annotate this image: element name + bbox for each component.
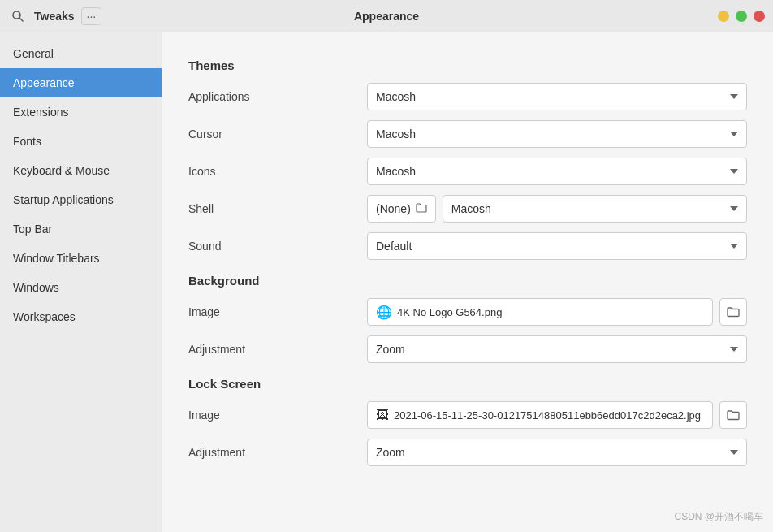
- background-adjustment-control: Zoom: [367, 335, 747, 363]
- cursor-dropdown[interactable]: Macosh: [367, 120, 747, 148]
- background-image-label: Image: [188, 305, 367, 318]
- lockscreen-image-icon: 🖼: [376, 408, 389, 422]
- applications-control: Macosh: [367, 83, 747, 110]
- sound-control: Default: [367, 232, 747, 260]
- lockscreen-image-label: Image: [188, 409, 367, 422]
- shell-folder-icon: [416, 202, 427, 215]
- lockscreen-adjustment-dropdown[interactable]: Zoom: [367, 439, 747, 466]
- applications-row: Applications Macosh: [188, 82, 747, 111]
- icons-dropdown[interactable]: Macosh: [367, 158, 747, 185]
- sound-label: Sound: [188, 240, 367, 253]
- title-bar-left: Tweaks ···: [8, 6, 171, 26]
- main-container: General Appearance Extensions Fonts Keyb…: [0, 32, 773, 532]
- sidebar-item-appearance[interactable]: Appearance: [0, 68, 162, 97]
- cursor-label: Cursor: [188, 128, 367, 141]
- sidebar-item-window-titlebars[interactable]: Window Titlebars: [0, 244, 162, 273]
- content-area: Themes Applications Macosh Cursor Macosh…: [162, 32, 773, 532]
- sidebar-item-fonts[interactable]: Fonts: [0, 127, 162, 156]
- cursor-control: Macosh: [367, 120, 747, 148]
- watermark: CSDN @开酒不喝车: [674, 510, 763, 524]
- background-adjustment-label: Adjustment: [188, 343, 367, 356]
- minimize-button[interactable]: [718, 11, 729, 22]
- icons-label: Icons: [188, 165, 367, 178]
- background-image-row: Image 🌐 4K No Logo G564.png: [188, 297, 747, 327]
- app-title: Tweaks: [34, 10, 75, 23]
- svg-line-1: [19, 18, 23, 21]
- background-image-filename: 4K No Logo G564.png: [397, 306, 502, 318]
- window-controls: [602, 11, 765, 22]
- lockscreen-image-folder-button[interactable]: [719, 401, 747, 429]
- lockscreen-adjustment-row: Adjustment Zoom: [188, 438, 747, 467]
- background-image-icon: 🌐: [376, 305, 392, 320]
- title-bar: Tweaks ··· Appearance: [0, 0, 773, 32]
- sidebar-item-keyboard-mouse[interactable]: Keyboard & Mouse: [0, 156, 162, 185]
- shell-none-badge[interactable]: (None): [367, 195, 436, 223]
- lockscreen-image-filename: 2021-06-15-11-25-30-01217514880511ebb6ed…: [394, 409, 701, 422]
- lockscreen-adjustment-label: Adjustment: [188, 446, 367, 459]
- sound-dropdown[interactable]: Default: [367, 232, 747, 260]
- cursor-row: Cursor Macosh: [188, 119, 747, 149]
- lockscreen-image-row: Image 🖼 2021-06-15-11-25-30-012175148805…: [188, 400, 747, 430]
- sound-row: Sound Default: [188, 231, 747, 261]
- background-image-folder-button[interactable]: [719, 298, 747, 326]
- applications-label: Applications: [188, 90, 367, 103]
- sidebar-item-workspaces[interactable]: Workspaces: [0, 302, 162, 331]
- lockscreen-image-control: 🖼 2021-06-15-11-25-30-01217514880511ebb6…: [367, 401, 747, 429]
- themes-section-title: Themes: [188, 58, 747, 72]
- shell-label: Shell: [188, 202, 367, 215]
- shell-control: (None) Macosh: [367, 195, 747, 223]
- icons-row: Icons Macosh: [188, 157, 747, 186]
- sidebar-item-top-bar[interactable]: Top Bar: [0, 214, 162, 244]
- icons-control: Macosh: [367, 158, 747, 185]
- page-title: Appearance: [171, 10, 602, 23]
- background-image-field[interactable]: 🌐 4K No Logo G564.png: [367, 298, 713, 326]
- shell-row: Shell (None) Macosh: [188, 194, 747, 223]
- background-section-title: Background: [188, 274, 747, 288]
- sidebar-item-general[interactable]: General: [0, 39, 162, 68]
- background-adjustment-row: Adjustment Zoom: [188, 335, 747, 364]
- sidebar-item-startup-applications[interactable]: Startup Applications: [0, 185, 162, 214]
- maximize-button[interactable]: [736, 11, 747, 22]
- search-button[interactable]: [8, 6, 28, 26]
- background-adjustment-dropdown[interactable]: Zoom: [367, 335, 747, 363]
- menu-button[interactable]: ···: [81, 7, 102, 25]
- background-image-control: 🌐 4K No Logo G564.png: [367, 298, 747, 326]
- shell-dropdown[interactable]: Macosh: [443, 195, 747, 223]
- lockscreen-adjustment-control: Zoom: [367, 439, 747, 466]
- close-button[interactable]: [754, 11, 765, 22]
- lockscreen-image-field[interactable]: 🖼 2021-06-15-11-25-30-01217514880511ebb6…: [367, 401, 713, 429]
- sidebar-item-windows[interactable]: Windows: [0, 273, 162, 302]
- sidebar-item-extensions[interactable]: Extensions: [0, 97, 162, 127]
- applications-dropdown[interactable]: Macosh: [367, 83, 747, 110]
- shell-none-text: (None): [376, 202, 411, 215]
- sidebar: General Appearance Extensions Fonts Keyb…: [0, 32, 162, 532]
- lock-screen-section-title: Lock Screen: [188, 377, 747, 391]
